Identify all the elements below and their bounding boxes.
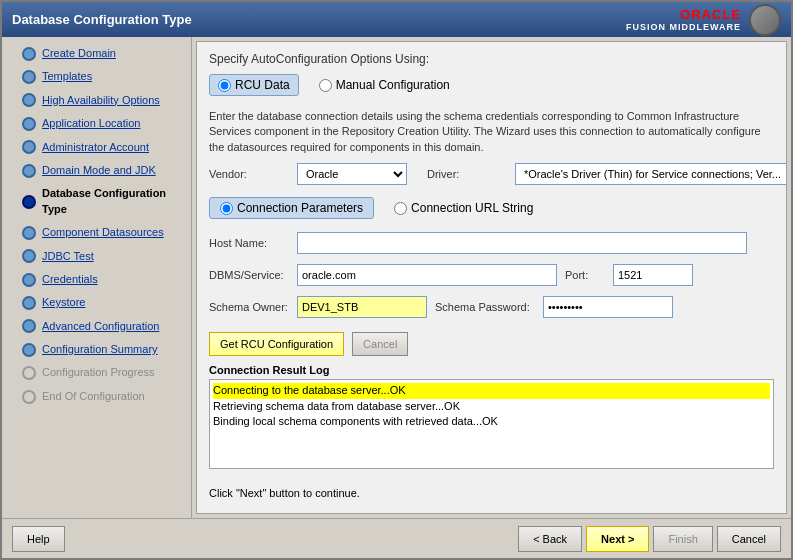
- sidebar-label-configuration-progress: Configuration Progress: [42, 365, 155, 380]
- sidebar-label-advanced-configuration: Advanced Configuration: [42, 319, 159, 334]
- cancel-button[interactable]: Cancel: [352, 332, 408, 356]
- sidebar-item-database-config-type[interactable]: Database Configuration Type: [2, 182, 191, 221]
- radio-connection-params[interactable]: Connection Parameters: [209, 197, 374, 219]
- host-name-row: Host Name:: [209, 232, 774, 254]
- oracle-name: ORACLE: [626, 7, 741, 22]
- sidebar-label-application-location: Application Location: [42, 116, 140, 131]
- bullet-end-of-configuration: [22, 390, 36, 404]
- connection-type-group: Connection Parameters Connection URL Str…: [209, 197, 774, 219]
- cancel-nav-button[interactable]: Cancel: [717, 526, 781, 552]
- sidebar-item-keystore[interactable]: Keystore: [2, 291, 191, 314]
- click-next-text: Click "Next" button to continue.: [209, 483, 774, 503]
- host-name-input[interactable]: [297, 232, 747, 254]
- sidebar-label-domain-mode-jdk: Domain Mode and JDK: [42, 163, 156, 178]
- sidebar-item-templates[interactable]: Templates: [2, 65, 191, 88]
- sidebar: Create Domain Templates High Availabilit…: [2, 37, 192, 518]
- vendor-row: Vendor: Oracle: [209, 163, 407, 185]
- sidebar-item-end-of-configuration: End Of Configuration: [2, 385, 191, 408]
- sidebar-label-jdbc-test: JDBC Test: [42, 249, 94, 264]
- sidebar-label-create-domain: Create Domain: [42, 46, 116, 61]
- bullet-advanced-configuration: [22, 319, 36, 333]
- radio-rcu-data[interactable]: RCU Data: [209, 74, 299, 96]
- log-line-1: Retrieving schema data from database ser…: [213, 399, 770, 414]
- bullet-configuration-summary: [22, 343, 36, 357]
- sidebar-label-keystore: Keystore: [42, 295, 85, 310]
- schema-password-label: Schema Password:: [435, 301, 535, 313]
- sidebar-item-component-datasources[interactable]: Component Datasources: [2, 221, 191, 244]
- vendor-label: Vendor:: [209, 168, 289, 180]
- sidebar-item-credentials[interactable]: Credentials: [2, 268, 191, 291]
- title-bar: Database Configuration Type ORACLE FUSIO…: [2, 2, 791, 37]
- port-input[interactable]: [613, 264, 693, 286]
- schema-owner-input[interactable]: [297, 296, 427, 318]
- sidebar-label-credentials: Credentials: [42, 272, 98, 287]
- driver-select[interactable]: *Oracle's Driver (Thin) for Service conn…: [515, 163, 786, 185]
- schema-row: Schema Owner: Schema Password:: [209, 296, 774, 318]
- main-window: Database Configuration Type ORACLE FUSIO…: [0, 0, 793, 560]
- bullet-administrator-account: [22, 140, 36, 154]
- oracle-icon: [749, 4, 781, 36]
- schema-password-input[interactable]: [543, 296, 673, 318]
- radio-manual-config[interactable]: Manual Configuration: [319, 78, 450, 92]
- driver-row: Driver: *Oracle's Driver (Thin) for Serv…: [427, 163, 786, 185]
- sidebar-item-application-location[interactable]: Application Location: [2, 112, 191, 135]
- vendor-driver-row: Vendor: Oracle Driver: *Oracle's Driver …: [209, 163, 774, 189]
- logo-text: ORACLE FUSION MIDDLEWARE: [626, 7, 741, 32]
- bottom-bar: Help < Back Next > Finish Cancel: [2, 518, 791, 558]
- info-text: Enter the database connection details us…: [209, 109, 774, 155]
- radio-connection-url-input[interactable]: [394, 202, 407, 215]
- rcu-button-row: Get RCU Configuration Cancel: [209, 332, 774, 356]
- nav-buttons: < Back Next > Finish Cancel: [518, 526, 781, 552]
- radio-manual-config-input[interactable]: [319, 79, 332, 92]
- dbms-port-row: DBMS/Service: Port:: [209, 264, 774, 286]
- help-button[interactable]: Help: [12, 526, 65, 552]
- sidebar-label-configuration-summary: Configuration Summary: [42, 342, 158, 357]
- bullet-credentials: [22, 273, 36, 287]
- sidebar-label-database-config-type: Database Configuration Type: [42, 186, 183, 217]
- panel-body: Specify AutoConfiguration Options Using:…: [197, 42, 786, 513]
- oracle-logo: ORACLE FUSION MIDDLEWARE: [626, 4, 781, 36]
- radio-rcu-data-input[interactable]: [218, 79, 231, 92]
- radio-connection-params-label: Connection Parameters: [237, 201, 363, 215]
- sidebar-item-domain-mode-jdk[interactable]: Domain Mode and JDK: [2, 159, 191, 182]
- radio-connection-params-input[interactable]: [220, 202, 233, 215]
- bullet-high-availability: [22, 93, 36, 107]
- panel-header-text: Specify AutoConfiguration Options Using:: [209, 52, 429, 66]
- connection-result-log-section: Connection Result Log Connecting to the …: [209, 364, 774, 475]
- port-label: Port:: [565, 269, 605, 281]
- sidebar-label-templates: Templates: [42, 69, 92, 84]
- sidebar-label-end-of-configuration: End Of Configuration: [42, 389, 145, 404]
- bullet-create-domain: [22, 47, 36, 61]
- dbms-label: DBMS/Service:: [209, 269, 289, 281]
- radio-connection-url[interactable]: Connection URL String: [394, 201, 533, 215]
- fusion-name: FUSION MIDDLEWARE: [626, 22, 741, 32]
- bullet-configuration-progress: [22, 366, 36, 380]
- bullet-component-datasources: [22, 226, 36, 240]
- bullet-domain-mode-jdk: [22, 164, 36, 178]
- panel-header: Specify AutoConfiguration Options Using:: [209, 52, 774, 66]
- log-line-2: Binding local schema components with ret…: [213, 414, 770, 429]
- radio-group-config: RCU Data Manual Configuration: [209, 74, 774, 96]
- back-button[interactable]: < Back: [518, 526, 582, 552]
- bullet-keystore: [22, 296, 36, 310]
- log-area: Connecting to the database server...OK R…: [209, 379, 774, 469]
- sidebar-item-configuration-progress: Configuration Progress: [2, 361, 191, 384]
- window-title: Database Configuration Type: [12, 12, 192, 27]
- get-rcu-configuration-button[interactable]: Get RCU Configuration: [209, 332, 344, 356]
- sidebar-item-create-domain[interactable]: Create Domain: [2, 42, 191, 65]
- next-button[interactable]: Next >: [586, 526, 649, 552]
- sidebar-item-configuration-summary[interactable]: Configuration Summary: [2, 338, 191, 361]
- sidebar-item-administrator-account[interactable]: Administrator Account: [2, 136, 191, 159]
- log-title: Connection Result Log: [209, 364, 774, 376]
- log-line-0: Connecting to the database server...OK: [213, 383, 770, 398]
- sidebar-item-high-availability[interactable]: High Availability Options: [2, 89, 191, 112]
- bullet-templates: [22, 70, 36, 84]
- finish-button[interactable]: Finish: [653, 526, 712, 552]
- sidebar-label-high-availability: High Availability Options: [42, 93, 160, 108]
- sidebar-item-jdbc-test[interactable]: JDBC Test: [2, 245, 191, 268]
- sidebar-item-advanced-configuration[interactable]: Advanced Configuration: [2, 315, 191, 338]
- radio-connection-url-label: Connection URL String: [411, 201, 533, 215]
- dbms-input[interactable]: [297, 264, 557, 286]
- driver-label: Driver:: [427, 168, 507, 180]
- vendor-select[interactable]: Oracle: [297, 163, 407, 185]
